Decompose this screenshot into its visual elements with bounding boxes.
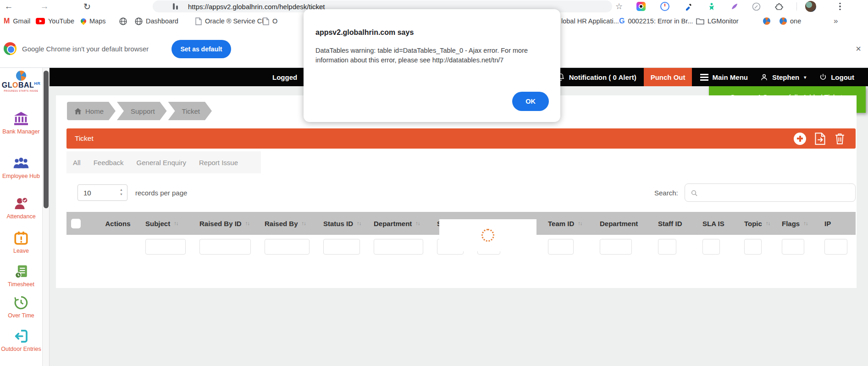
page-icon	[263, 17, 269, 25]
sidebar-item-over-time[interactable]: Over Time	[0, 294, 42, 320]
column-header-sla-is[interactable]: SLA IS↑↓	[685, 220, 728, 227]
sidebar-item-outdoor-entries[interactable]: Outdoor Entries	[0, 327, 42, 354]
forward-icon[interactable]: →	[38, 0, 51, 13]
site-settings-icon[interactable]	[173, 3, 178, 10]
bank-icon	[0, 110, 42, 128]
breadcrumb-support[interactable]: Support	[117, 102, 167, 120]
bookmark-global-hr[interactable]: lobal HR Applicati...	[561, 13, 619, 29]
sort-icons[interactable]: ↑↓	[415, 221, 420, 226]
bookmark-youtube[interactable]: YouTube	[36, 13, 74, 29]
filter-input-raised-by-id[interactable]	[199, 239, 251, 255]
column-header-flags[interactable]: Flags↑↓	[770, 220, 813, 227]
extension-eyedropper-icon[interactable]	[683, 1, 694, 12]
notification-button[interactable]: Notification ( 0 Alert)	[556, 72, 636, 82]
sort-icons[interactable]: ↑↓	[174, 221, 178, 226]
extension-pencil-icon[interactable]	[751, 1, 762, 12]
breadcrumb-ticket[interactable]: Ticket	[168, 102, 212, 120]
filter-input-status-id[interactable]	[323, 239, 360, 255]
bookmark-maps[interactable]: Maps	[81, 13, 105, 29]
dialog-ok-button[interactable]: OK	[512, 92, 549, 111]
filter-input-ip[interactable]	[824, 239, 847, 255]
filter-input-department[interactable]	[374, 239, 423, 255]
delete-trash-icon[interactable]	[834, 132, 846, 145]
column-header-ip[interactable]: IP	[813, 220, 856, 227]
bookmark-o-partial[interactable]: O	[263, 13, 277, 29]
extension-figure-icon[interactable]	[706, 1, 717, 12]
tab-general-enquiry[interactable]: General Enquiry	[137, 159, 186, 166]
bookmarks-overflow-chevron[interactable]: »	[834, 13, 838, 29]
search-input[interactable]	[702, 184, 853, 201]
sidebar-scrollbar[interactable]	[42, 68, 50, 366]
user-menu[interactable]: Stephen ▾	[760, 73, 806, 82]
column-header-raised-by[interactable]: Raised By↑↓	[259, 220, 318, 227]
bookmark-error[interactable]: G 0002215: Error in Br...	[619, 13, 693, 29]
extension-clock-icon[interactable]	[659, 1, 670, 12]
search-box	[685, 183, 856, 202]
sidebar-item-timesheet[interactable]: Timesheet	[0, 263, 42, 289]
main-menu-button[interactable]: Main Menu	[700, 73, 748, 81]
tab-report-issue[interactable]: Report Issue	[199, 159, 238, 166]
bookmark-oracle[interactable]: Oracle ® Service Cl...	[195, 13, 269, 29]
filter-input-sla-is[interactable]	[702, 239, 720, 255]
bookmark-globe[interactable]	[119, 13, 127, 29]
sidebar-item-leave[interactable]: Leave	[0, 229, 42, 255]
sort-icons[interactable]: ↑↓	[766, 221, 770, 226]
filter-input-flags[interactable]	[782, 239, 804, 255]
sidebar-item-employee-hub[interactable]: Employee Hub	[0, 155, 42, 181]
column-header-department[interactable]: Department↑↓	[368, 220, 431, 227]
set-as-default-button[interactable]: Set as default	[171, 40, 231, 58]
globalhr-logo[interactable]: GLOBALHR PROGRESS STARTS INSIDE	[0, 71, 42, 92]
folder-icon	[696, 18, 704, 25]
bookmark-gmail[interactable]: M Gmail	[4, 13, 30, 29]
bookmark-dashboard[interactable]: Dashboard	[135, 13, 178, 29]
filter-input-staff-id[interactable]	[658, 239, 676, 255]
extensions-puzzle-icon[interactable]	[774, 1, 785, 12]
filter-input-subject[interactable]	[145, 239, 186, 255]
bookmark-sphere[interactable]	[763, 13, 770, 29]
filter-input-raised-by[interactable]	[265, 239, 310, 255]
person-icon	[760, 73, 768, 82]
bookmark-folder-lgmonitor[interactable]: LGMonitor	[696, 13, 739, 29]
reload-icon[interactable]: ↻	[80, 0, 94, 13]
tab-all[interactable]: All	[73, 159, 81, 166]
tab-feedback[interactable]: Feedback	[94, 159, 124, 166]
bookmark-one[interactable]: one	[780, 13, 801, 29]
extension-feather-icon[interactable]	[729, 1, 740, 12]
bookmark-star-icon[interactable]: ☆	[614, 1, 625, 12]
sidebar-item-attendance[interactable]: Attendance	[0, 195, 42, 221]
profile-avatar[interactable]	[805, 1, 816, 12]
export-document-icon[interactable]	[814, 132, 826, 145]
filter-input-team-id[interactable]	[548, 239, 574, 255]
sort-icons[interactable]: ↑↓	[803, 221, 808, 226]
back-icon[interactable]: ←	[2, 0, 16, 13]
column-header-staff-id[interactable]: Staff ID↑↓	[640, 220, 685, 227]
extension-camera-icon[interactable]	[636, 1, 647, 12]
add-ticket-icon[interactable]	[794, 133, 806, 145]
notice-message: Google Chrome isn't your default browser	[22, 29, 149, 68]
logout-button[interactable]: Logout	[819, 73, 854, 81]
column-header-department-2[interactable]: Department↑↓	[582, 220, 640, 227]
sort-icons[interactable]: ↑↓	[578, 221, 582, 226]
breadcrumb-home[interactable]: Home	[67, 102, 116, 120]
sort-icons[interactable]: ↑↓	[302, 221, 306, 226]
sort-icons[interactable]: ↑↓	[245, 221, 250, 226]
breadcrumb: Home Support Ticket	[67, 102, 213, 120]
notice-close-icon[interactable]: ×	[851, 41, 866, 56]
filter-input-topic[interactable]	[744, 239, 762, 255]
timesheet-icon	[0, 263, 42, 280]
url-text[interactable]: https://appsv2.globalhrin.com/helpdesk/t…	[188, 3, 325, 11]
sidebar-item-bank-manager[interactable]: Bank Manager	[0, 110, 42, 136]
punch-out-button[interactable]: Punch Out	[644, 68, 692, 86]
toolbar-divider	[796, 2, 797, 11]
browser-menu-icon[interactable]	[835, 1, 846, 12]
filter-input-department-2[interactable]	[600, 239, 632, 255]
records-per-page-select[interactable]: 10 ▲▼	[77, 184, 127, 201]
column-header-subject[interactable]: Subject↑↓	[140, 220, 194, 227]
globe-icon	[119, 17, 127, 25]
sort-icons[interactable]: ↑↓	[357, 221, 361, 226]
column-header-raised-by-id[interactable]: Raised By ID↑↓	[194, 220, 259, 227]
column-header-status-id[interactable]: Status ID↑↓	[318, 220, 368, 227]
column-header-topic[interactable]: Topic↑↓	[728, 220, 770, 227]
select-all-checkbox[interactable]	[71, 219, 81, 228]
scrollbar-thumb[interactable]	[44, 71, 49, 208]
